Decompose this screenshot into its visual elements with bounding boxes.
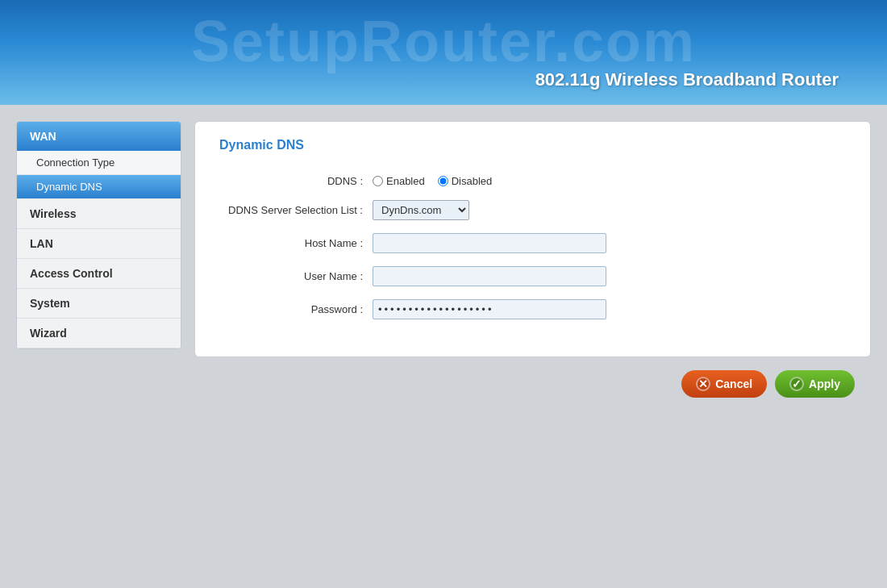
cancel-label: Cancel xyxy=(715,377,752,390)
server-row: DDNS Server Selection List : DynDns.com … xyxy=(219,200,846,220)
apply-button[interactable]: ✓ Apply xyxy=(775,370,855,398)
ddns-enabled-option[interactable]: Enabled xyxy=(373,175,425,187)
ddns-disabled-radio[interactable] xyxy=(438,176,448,186)
username-input[interactable] xyxy=(373,266,606,286)
password-control xyxy=(373,299,846,319)
username-label: User Name : xyxy=(219,270,373,282)
action-buttons: ✕ Cancel ✓ Apply xyxy=(194,370,871,398)
ddns-label: DDNS : xyxy=(219,175,373,187)
password-input[interactable] xyxy=(373,299,606,319)
sidebar-item-connection-type[interactable]: Connection Type xyxy=(17,151,181,175)
main-content: WAN Connection Type Dynamic DNS Wireless… xyxy=(0,105,887,588)
hostname-label: Host Name : xyxy=(219,237,373,249)
password-label: Password : xyxy=(219,303,373,315)
sidebar-item-lan[interactable]: LAN xyxy=(17,229,181,259)
sidebar-item-wizard[interactable]: Wizard xyxy=(17,319,181,348)
hostname-row: Host Name : xyxy=(219,233,846,253)
page-subtitle: 802.11g Wireless Broadband Router xyxy=(535,69,839,90)
sidebar-item-dynamic-dns[interactable]: Dynamic DNS xyxy=(17,175,181,199)
content-panel: Dynamic DNS DDNS : Enabled Disabled xyxy=(194,121,871,572)
sidebar-item-access-control[interactable]: Access Control xyxy=(17,259,181,289)
sidebar-item-wan[interactable]: WAN xyxy=(17,122,181,151)
hostname-control xyxy=(373,233,846,253)
ddns-enabled-label: Enabled xyxy=(386,175,425,187)
watermark: SetupRouter.com xyxy=(191,8,696,74)
username-control xyxy=(373,266,846,286)
sidebar-item-system[interactable]: System xyxy=(17,289,181,319)
form-title: Dynamic DNS xyxy=(219,138,846,159)
form-card: Dynamic DNS DDNS : Enabled Disabled xyxy=(194,121,871,357)
ddns-disabled-label: Disabled xyxy=(452,175,493,187)
hostname-input[interactable] xyxy=(373,233,606,253)
apply-icon: ✓ xyxy=(789,377,804,391)
username-row: User Name : xyxy=(219,266,846,286)
ddns-row: DDNS : Enabled Disabled xyxy=(219,175,846,187)
ddns-radio-group: Enabled Disabled xyxy=(373,175,846,187)
password-row: Password : xyxy=(219,299,846,319)
server-label: DDNS Server Selection List : xyxy=(219,204,373,216)
ddns-enabled-radio[interactable] xyxy=(373,176,383,186)
server-control: DynDns.com No-IP.com TZO.com xyxy=(373,200,846,220)
cancel-button[interactable]: ✕ Cancel xyxy=(681,370,767,398)
header: SetupRouter.com 802.11g Wireless Broadba… xyxy=(0,0,887,105)
sidebar-item-wireless[interactable]: Wireless xyxy=(17,199,181,229)
server-select[interactable]: DynDns.com No-IP.com TZO.com xyxy=(373,200,469,220)
sidebar: WAN Connection Type Dynamic DNS Wireless… xyxy=(16,121,181,349)
ddns-disabled-option[interactable]: Disabled xyxy=(438,175,493,187)
cancel-icon: ✕ xyxy=(696,377,710,391)
apply-label: Apply xyxy=(809,377,840,390)
